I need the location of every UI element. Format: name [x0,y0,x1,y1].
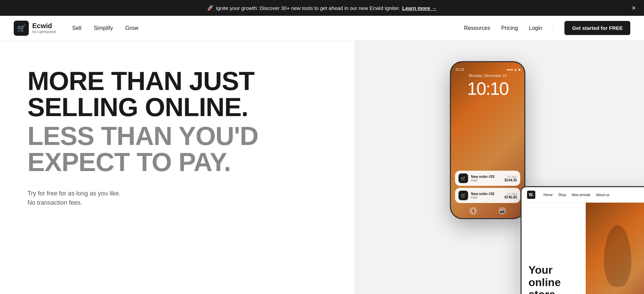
notification-1: 🛒 New order #33 Paid 1m ago $144.32 [455,171,520,186]
tablet-logo: W. [527,191,535,199]
tablet-nav-new-arrivals: New arrivals [572,193,591,197]
notif-time-2: 1m ago [504,192,517,195]
nav-link-login[interactable]: Login [529,25,542,31]
banner-text: 🚀 Ignite your growth: Discover 30+ new t… [207,5,437,11]
notif-cart-icon-1: 🛒 [458,173,468,183]
tablet-screen: W. Home Shop New arrivals About us Your … [522,187,644,294]
tablet-headline-line1: Your [528,264,553,276]
hero-headline-dark: MORE THAN JUST SELLING ONLINE. [27,68,334,120]
phone-date: Monday, December 15 [455,74,520,78]
logo[interactable]: 🛒 Ecwid by Lightspeed [14,21,56,36]
notif-amount-2: $745.93 [504,195,517,199]
cart-icon: 🛒 [17,24,26,32]
notif-content-2: New order #32 Paid [471,192,502,199]
notif-cart-icon-2: 🛒 [458,191,468,200]
tablet-headline-line3: store [528,288,555,294]
tablet-headline-line2: online [528,276,561,289]
hero-description-line1: Try for free for as long as you like. [27,190,120,197]
tablet-image-area [586,203,644,294]
nav-link-sell[interactable]: Sell [72,25,82,31]
tablet-product-image [586,203,644,294]
notif-right-2: 1m ago $745.93 [504,192,517,199]
logo-main: Ecwid [32,22,56,30]
rocket-icon: 🚀 [207,5,214,11]
banner-close-button[interactable]: × [632,4,636,11]
banner-message: Ignite your growth: Discover 30+ new too… [216,5,400,11]
tablet-nav-about: About us [596,193,609,197]
tablet-headline: Your online store [528,264,579,294]
notif-title-1: New order #33 [471,175,502,179]
tablet-mockup: W. Home Shop New arrivals About us Your … [521,186,644,294]
hero-section: MORE THAN JUST SELLING ONLINE. LESS THAN… [0,41,644,294]
tablet-text-area: Your online store [522,203,586,294]
tablet-nav: W. Home Shop New arrivals About us [522,187,644,203]
phone-icon-info: ℹ [469,207,477,215]
notif-subtitle-2: Paid [471,196,502,199]
phone-status-bar: 13:13 ●●● ▲ ■ [455,68,520,71]
notif-subtitle-1: Paid [471,179,502,182]
nav-divider [553,24,553,32]
phone-bottom-icons: ℹ 📷 [455,207,520,215]
phone-screen: 13:13 ●●● ▲ ■ Monday, December 15 10:10 … [451,62,524,218]
phone-notifications: 🛒 New order #33 Paid 1m ago $144.32 🛒 [455,171,520,203]
phone-time-status: 13:13 [455,68,464,71]
announcement-banner: 🚀 Ignite your growth: Discover 30+ new t… [0,0,644,16]
nav-link-pricing[interactable]: Pricing [501,25,518,31]
phone-mockup: 13:13 ●●● ▲ ■ Monday, December 15 10:10 … [450,61,525,219]
notif-time-1: 1m ago [504,175,517,178]
navbar: 🛒 Ecwid by Lightspeed Sell Simplify Grow… [0,16,644,41]
notif-title-2: New order #32 [471,192,502,196]
logo-sub: by Lightspeed [32,30,56,34]
nav-right: Resources Pricing Login Get started for … [464,21,630,35]
nav-link-grow[interactable]: Grow [125,25,138,31]
hero-right: 13:13 ●●● ▲ ■ Monday, December 15 10:10 … [354,41,644,294]
notif-content-1: New order #33 Paid [471,175,502,182]
hero-description-line2: No transaction fees. [27,199,82,206]
tablet-content: Your online store [522,203,644,294]
notif-amount-1: $144.32 [504,178,517,182]
tablet-nav-shop: Shop [558,193,566,197]
nav-links: Sell Simplify Grow [72,25,139,31]
hero-description: Try for free for as long as you like. No… [27,189,192,207]
logo-icon: 🛒 [14,21,29,36]
hero-headline-light: LESS THAN YOU'D EXPECT TO PAY. [27,123,334,175]
tablet-nav-links: Home Shop New arrivals About us [544,193,610,197]
banner-link[interactable]: Learn more → [402,5,437,11]
hero-left: MORE THAN JUST SELLING ONLINE. LESS THAN… [0,41,354,294]
nav-link-simplify[interactable]: Simplify [94,25,113,31]
nav-link-resources[interactable]: Resources [464,25,490,31]
tablet-product-shape [604,225,631,287]
notif-right-1: 1m ago $144.32 [504,175,517,182]
notification-2: 🛒 New order #32 Paid 1m ago $745.93 [455,188,520,203]
phone-icon-camera: 📷 [499,207,506,215]
phone-signal-status: ●●● ▲ ■ [507,68,521,71]
logo-text: Ecwid by Lightspeed [32,22,56,34]
tablet-nav-home: Home [544,193,553,197]
get-started-button[interactable]: Get started for FREE [564,21,630,35]
phone-time: 10:10 [455,78,520,99]
